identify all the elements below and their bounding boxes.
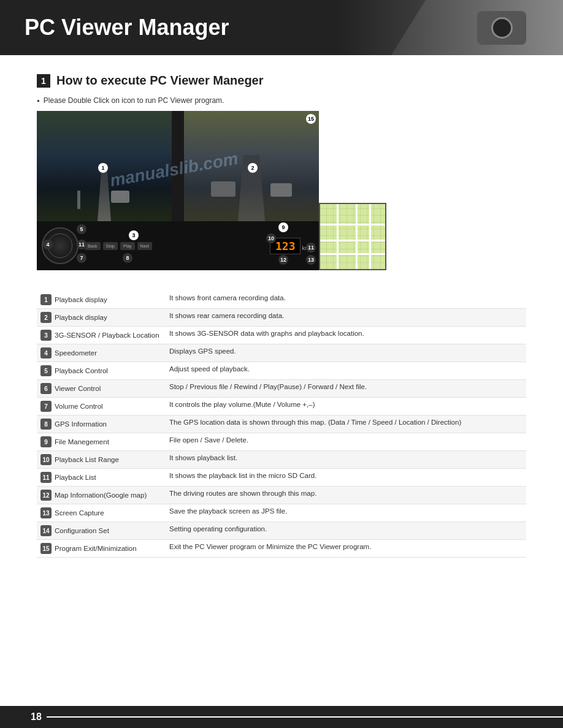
back-btn[interactable]: Back — [85, 242, 101, 250]
table-row: 10Playback List RangeIt shows playback l… — [37, 451, 526, 469]
item-label-5: Playback Control — [55, 367, 108, 374]
label-15: 15 — [306, 114, 316, 124]
map-panel — [319, 203, 386, 270]
main-content: 1 How to execute PC Viewer Maneger Pleas… — [0, 55, 563, 576]
item-number-15: 15 — [40, 543, 52, 554]
label-11: 11 — [306, 243, 316, 252]
next-btn[interactable]: Next — [137, 242, 152, 250]
table-row: 5Playback ControlAdjust speed of playbac… — [37, 362, 526, 380]
play-btn[interactable]: Play — [120, 242, 135, 250]
item-label-9: File Manegement — [55, 438, 109, 446]
label-9: 9 — [278, 222, 288, 232]
label-6: 11 — [77, 240, 86, 249]
item-label-12: Map Infornation(Google map) — [55, 491, 147, 499]
table-row: 1Playback displayIt shows front camera r… — [37, 291, 526, 309]
label-4: 4 — [43, 240, 53, 249]
table-row: 12Map Infornation(Google map)The driving… — [37, 487, 526, 504]
item-desc-12: The driving routes are shown through thi… — [166, 487, 526, 504]
item-number-6: 6 — [40, 383, 52, 394]
page-title: PC Viewer Manager — [25, 15, 229, 40]
label-3: 3 — [129, 230, 139, 240]
item-desc-8: The GPS location data is shown through t… — [166, 415, 526, 433]
item-label-10: Playback List Range — [55, 456, 119, 463]
label-5: 5 — [77, 224, 86, 234]
item-desc-11: It shows the playback list in the micro … — [166, 469, 526, 487]
item-number-4: 4 — [40, 347, 52, 358]
item-desc-2: It shows rear camera recording data. — [166, 309, 526, 327]
label-12: 12 — [278, 255, 288, 265]
item-number-9: 9 — [40, 436, 52, 447]
item-label-11: Playback List — [55, 474, 96, 481]
item-label-2: Playback display — [55, 314, 107, 321]
label-1: 1 — [98, 163, 108, 173]
item-desc-1: It shows front camera recording data. — [166, 291, 526, 309]
header-camera-decoration — [465, 3, 538, 52]
item-number-2: 2 — [40, 312, 52, 323]
table-row: 9File ManegementFile open / Save / Delet… — [37, 433, 526, 451]
item-number-5: 5 — [40, 365, 52, 376]
item-label-8: GPS Information — [55, 420, 107, 428]
label-13: 13 — [306, 255, 316, 265]
item-label-7: Volume Control — [55, 403, 103, 410]
item-desc-4: Displays GPS speed. — [166, 344, 526, 362]
item-desc-14: Setting operating configuration. — [166, 522, 526, 540]
screenshot-container: 1 2 3 4 5 11 7 8 9 10 11 12 13 14 15 Bac — [37, 111, 319, 270]
camera-lens — [491, 17, 513, 39]
table-row: 4SpeedometerDisplays GPS speed. — [37, 344, 526, 362]
header-banner: PC Viewer Manager — [0, 0, 563, 55]
control-buttons: Back Stop Play Next — [85, 242, 152, 250]
label-8: 8 — [123, 253, 132, 263]
map-grid — [320, 204, 385, 269]
table-row: 14Configuration SetSetting operating con… — [37, 522, 526, 540]
item-label-6: Viewer Control — [55, 385, 101, 392]
item-number-8: 8 — [40, 419, 52, 430]
table-row: 11Playback ListIt shows the playback lis… — [37, 469, 526, 487]
item-number-1: 1 — [40, 294, 52, 305]
item-number-10: 10 — [40, 454, 52, 465]
footer-line — [47, 716, 563, 718]
item-label-3: 3G-SENSOR / Playback Location — [55, 332, 159, 339]
label-7: 7 — [77, 253, 86, 263]
item-desc-7: It controls the play volume.(Mute / Volu… — [166, 398, 526, 415]
table-row: 8GPS InformationThe GPS location data is… — [37, 415, 526, 433]
instruction-text: Please Double Click on icon to run PC Vi… — [37, 96, 526, 105]
section-number: 1 — [37, 74, 50, 88]
item-label-14: Configuration Set — [55, 527, 109, 534]
item-label-4: Speedometer — [55, 349, 97, 357]
item-number-13: 13 — [40, 507, 52, 518]
item-desc-5: Adjust speed of playback. — [166, 362, 526, 380]
camera-shape — [477, 11, 526, 45]
item-label-13: Screen Capture — [55, 509, 104, 517]
item-number-12: 12 — [40, 490, 52, 501]
item-desc-13: Save the playback screen as JPS file. — [166, 504, 526, 522]
label-2: 2 — [248, 163, 258, 173]
table-row: 13Screen CaptureSave the playback screen… — [37, 504, 526, 522]
item-number-3: 3 — [40, 330, 52, 341]
info-table: 1Playback displayIt shows front camera r… — [37, 291, 526, 558]
item-desc-9: File open / Save / Delete. — [166, 433, 526, 451]
section-header: 1 How to execute PC Viewer Maneger — [37, 74, 526, 88]
item-number-11: 11 — [40, 472, 52, 483]
table-row: 15Program Exit/MinimizationExit the PC V… — [37, 540, 526, 558]
item-desc-15: Exit the PC Viewer program or Minimize t… — [166, 540, 526, 558]
table-row: 33G-SENSOR / Playback LocationIt shows 3… — [37, 327, 526, 344]
item-desc-3: It shows 3G-SENSOR data with graphs and … — [166, 327, 526, 344]
table-row: 7Volume ControlIt controls the play volu… — [37, 398, 526, 415]
table-row: 2Playback displayIt shows rear camera re… — [37, 309, 526, 327]
item-label-1: Playback display — [55, 296, 107, 303]
section-title: How to execute PC Viewer Maneger — [56, 74, 264, 88]
item-number-7: 7 — [40, 401, 52, 412]
label-10: 10 — [266, 233, 276, 243]
table-row: 6Viewer ControlStop / Previous file / Re… — [37, 380, 526, 398]
item-desc-6: Stop / Previous file / Rewind / Play(Pau… — [166, 380, 526, 398]
page-number: 18 — [31, 711, 42, 722]
item-desc-10: It shows playback list. — [166, 451, 526, 469]
item-number-14: 14 — [40, 525, 52, 536]
page-footer: 18 — [0, 706, 563, 728]
stop-btn[interactable]: Stop — [103, 242, 118, 250]
item-label-15: Program Exit/Minimization — [55, 545, 137, 552]
